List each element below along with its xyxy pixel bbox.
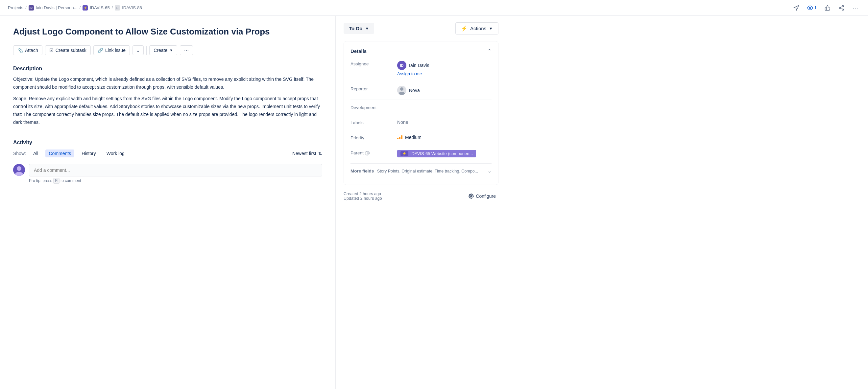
- project-icon: ID: [29, 5, 34, 10]
- sort-button[interactable]: Newest first ⇅: [292, 151, 322, 156]
- main-layout: Adjust Logo Component to Allow Size Cust…: [0, 16, 868, 389]
- svg-point-10: [400, 87, 403, 91]
- more-fields-sub: Story Points, Original estimate, Time tr…: [377, 169, 478, 173]
- svg-rect-12: [397, 138, 399, 139]
- breadcrumb-current-issue[interactable]: IDAVIS-88: [122, 5, 142, 10]
- breadcrumb-sep3: /: [112, 5, 113, 10]
- toolbar-more-icon: ⋯: [184, 47, 189, 53]
- pro-tip: Pro tip: press M to comment: [29, 179, 322, 183]
- activity-heading: Activity: [13, 140, 322, 145]
- parent-label: Parent ⓘ: [350, 150, 393, 155]
- more-fields-chevron-icon: ⌄: [488, 168, 492, 173]
- filter-worklog-button[interactable]: Work log: [103, 150, 128, 157]
- more-toolbar-dropdown[interactable]: ⌄: [132, 45, 144, 55]
- status-chevron-icon: ▼: [365, 26, 369, 31]
- reporter-value: Nova: [397, 86, 492, 95]
- link-label: Link issue: [105, 47, 126, 53]
- reporter-label: Reporter: [350, 86, 393, 91]
- sidebar: To Do ▼ ⚡ Actions ▼ Details ⌃ Assignee I…: [335, 16, 506, 389]
- parent-badge[interactable]: ⚡ IDAVIS-65 Website (componen...: [397, 150, 476, 157]
- status-label: To Do: [349, 26, 362, 31]
- filter-all-button[interactable]: All: [30, 150, 42, 157]
- subtask-label: Create subtask: [56, 47, 87, 53]
- actions-button[interactable]: ⚡ Actions ▼: [455, 22, 498, 34]
- page-title: Adjust Logo Component to Allow Size Cust…: [13, 26, 322, 37]
- breadcrumb-projects[interactable]: Projects: [8, 5, 23, 10]
- breadcrumb-parent-issue[interactable]: IDAVIS-65: [90, 5, 110, 10]
- sort-icon: ⇅: [318, 151, 322, 156]
- watch-count: 1: [814, 5, 817, 10]
- attach-button[interactable]: 📎 Attach: [13, 45, 42, 55]
- pro-tip-text: Pro tip: press: [29, 179, 52, 183]
- assign-to-me-link[interactable]: Assign to me: [397, 71, 492, 76]
- reporter-avatar-img: [397, 86, 406, 95]
- svg-point-3: [842, 9, 844, 10]
- pro-tip-key: M: [53, 178, 60, 184]
- created-label: Created 2 hours ago: [344, 192, 382, 196]
- timestamps: Created 2 hours ago Updated 2 hours ago: [344, 192, 382, 201]
- subtask-icon: ☑: [49, 47, 54, 53]
- actions-chevron-icon: ▼: [489, 26, 493, 31]
- breadcrumb-sep2: /: [80, 5, 81, 10]
- description-section: Description Objective: Update the Logo c…: [13, 66, 322, 127]
- development-label: Development: [350, 104, 393, 110]
- attach-icon: 📎: [18, 47, 23, 53]
- priority-text: Medium: [405, 135, 422, 140]
- content-area: Adjust Logo Component to Allow Size Cust…: [0, 16, 335, 389]
- comment-input-row: [13, 164, 322, 176]
- svg-point-0: [809, 7, 811, 8]
- eye-icon: [807, 5, 813, 11]
- comment-input[interactable]: [29, 164, 322, 176]
- filter-comments-button[interactable]: Comments: [45, 150, 74, 157]
- breadcrumb-project[interactable]: Iain Davis | Persona...: [36, 5, 78, 10]
- link-icon: 🔗: [98, 47, 103, 53]
- create-label: Create: [154, 47, 167, 53]
- status-button[interactable]: To Do ▼: [344, 23, 374, 34]
- create-subtask-button[interactable]: ☑ Create subtask: [45, 45, 91, 55]
- user-avatar: [13, 164, 25, 176]
- description-paragraph1: Objective: Update the Logo component, wh…: [13, 75, 322, 91]
- svg-point-15: [470, 195, 472, 197]
- svg-rect-13: [399, 137, 400, 139]
- parent-issue-icon: ⚡: [83, 5, 88, 10]
- toolbar-more-button[interactable]: ⋯: [180, 45, 193, 55]
- current-issue-icon: □: [115, 5, 120, 10]
- like-button[interactable]: [823, 4, 833, 12]
- more-fields-label: More fields Story Points, Original estim…: [350, 168, 478, 173]
- gear-icon: [468, 194, 474, 199]
- announce-icon: [794, 5, 799, 11]
- top-actions: 1 ⋯: [792, 3, 860, 13]
- reporter-name: Nova: [409, 88, 420, 93]
- reporter-info: Nova: [397, 86, 492, 95]
- configure-label: Configure: [476, 194, 496, 199]
- assignee-label: Assignee: [350, 61, 393, 66]
- actions-label: Actions: [470, 26, 486, 31]
- watch-button[interactable]: 1: [805, 4, 819, 12]
- assignee-avatar: ID: [397, 61, 406, 70]
- assignee-name: Iain Davis: [409, 63, 429, 68]
- top-bar: Projects / ID Iain Davis | Persona... / …: [0, 0, 868, 16]
- breadcrumb: Projects / ID Iain Davis | Persona... / …: [8, 5, 142, 10]
- details-heading: Details: [350, 48, 367, 54]
- reporter-row: Reporter Nova: [350, 86, 492, 100]
- parent-row: Parent ⓘ ⚡ IDAVIS-65 Website (componen..…: [350, 150, 492, 157]
- filter-history-button[interactable]: History: [78, 150, 99, 157]
- more-options-button[interactable]: ⋯: [850, 3, 860, 13]
- priority-value: Medium: [397, 135, 492, 140]
- details-collapse-button[interactable]: ⌃: [487, 48, 492, 54]
- priority-row: Priority Medium: [350, 135, 492, 145]
- create-chevron-icon: ▼: [169, 48, 173, 52]
- activity-section: Activity Show: All Comments History Work…: [13, 140, 322, 183]
- toolbar: 📎 Attach ☑ Create subtask 🔗 Link issue ⌄…: [13, 45, 322, 55]
- configure-button[interactable]: Configure: [466, 192, 498, 200]
- sort-label: Newest first: [292, 151, 316, 156]
- link-issue-button[interactable]: 🔗 Link issue: [93, 45, 130, 55]
- show-label: Show:: [13, 151, 26, 156]
- create-button[interactable]: Create ▼: [149, 45, 177, 55]
- parent-issue-badge-icon: ⚡: [400, 151, 408, 156]
- announce-button[interactable]: [792, 4, 801, 12]
- share-button[interactable]: [836, 4, 846, 12]
- meta-row: Created 2 hours ago Updated 2 hours ago …: [344, 192, 498, 201]
- more-fields-row[interactable]: More fields Story Points, Original estim…: [350, 163, 492, 178]
- development-row: Development: [350, 104, 492, 115]
